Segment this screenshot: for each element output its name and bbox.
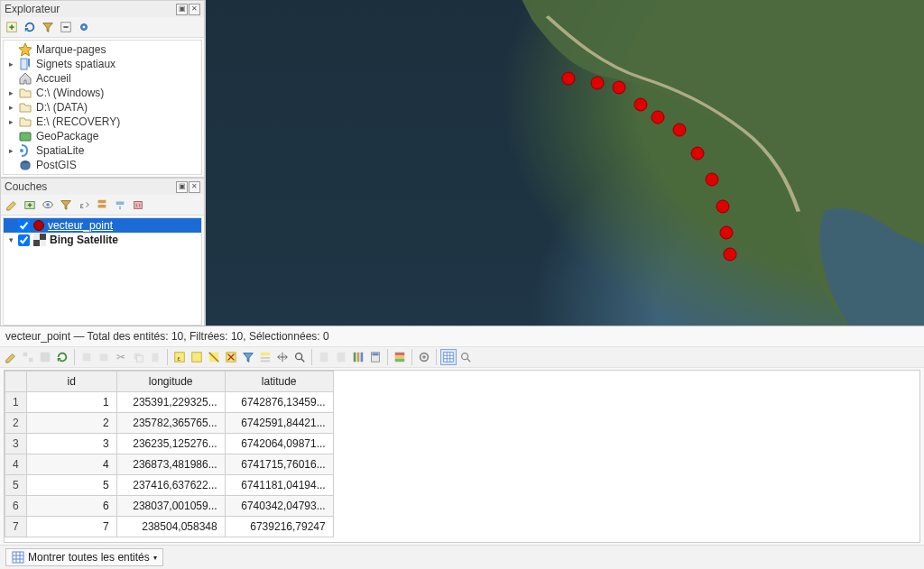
delete-feature-icon[interactable]	[97, 350, 111, 364]
cell-latitude[interactable]: 6741715,76016...	[225, 454, 333, 475]
tree-item[interactable]: Marque-pages	[4, 42, 201, 57]
map-point[interactable]	[691, 146, 705, 160]
reload-icon[interactable]	[55, 350, 69, 364]
properties-icon[interactable]	[77, 20, 91, 34]
tree-item[interactable]: ▸E:\ (RECOVERY)	[4, 115, 201, 129]
paste-icon[interactable]	[148, 350, 162, 364]
table-view-icon[interactable]	[441, 350, 456, 364]
tree-caret[interactable]: ▸	[7, 60, 14, 69]
select-expr-icon[interactable]: ε	[172, 350, 187, 364]
tree-caret[interactable]: ▸	[7, 146, 14, 155]
add-group-icon[interactable]	[23, 197, 37, 212]
map-point[interactable]	[673, 124, 687, 137]
map-point[interactable]	[612, 81, 625, 95]
refresh-icon[interactable]	[23, 20, 37, 34]
field-calc-icon[interactable]	[368, 350, 383, 364]
table-row[interactable]: 77238504,0583486739216,79247	[5, 517, 334, 537]
row-number[interactable]: 1	[5, 392, 27, 413]
cell-longitude[interactable]: 238037,001059...	[116, 496, 225, 517]
column-header-latitude[interactable]: latitude	[225, 372, 333, 392]
edit-icon[interactable]	[4, 350, 18, 364]
invert-sel-icon[interactable]	[207, 350, 221, 364]
table-row[interactable]: 66238037,001059...6740342,04793...	[5, 496, 334, 517]
expression-icon[interactable]: ε	[77, 197, 91, 212]
map-point[interactable]	[651, 110, 665, 124]
cell-latitude[interactable]: 6740342,04793...	[225, 496, 333, 517]
cell-latitude[interactable]: 6739216,79247	[225, 517, 333, 537]
cell-longitude[interactable]: 236235,125276...	[116, 434, 225, 454]
table-row[interactable]: 22235782,365765...6742591,84421...	[5, 413, 334, 434]
tree-caret[interactable]: ▸	[7, 117, 14, 126]
organize-cols-icon[interactable]	[351, 350, 365, 364]
map-point[interactable]	[633, 97, 647, 111]
del-field-icon[interactable]	[334, 350, 348, 364]
style-icon[interactable]	[5, 197, 19, 212]
select-all-icon[interactable]	[189, 350, 204, 364]
map-canvas[interactable]	[206, 0, 924, 326]
add-icon[interactable]	[5, 20, 19, 34]
tree-caret[interactable]: ▸	[7, 88, 14, 97]
row-number[interactable]: 5	[5, 475, 27, 496]
expand-icon[interactable]	[95, 197, 109, 212]
tree-item[interactable]: ▸Signets spatiaux	[4, 57, 201, 71]
cell-id[interactable]: 2	[26, 413, 116, 434]
table-row[interactable]: 11235391,229325...6742876,13459...	[5, 392, 334, 413]
zoom-sel-icon[interactable]	[292, 350, 307, 364]
remove-icon[interactable]	[131, 197, 145, 212]
cell-longitude[interactable]: 237416,637622...	[116, 475, 225, 496]
explorer-tree[interactable]: Marque-pages▸Signets spatiauxAccueil▸C:\…	[3, 40, 202, 175]
cell-id[interactable]: 7	[26, 517, 116, 537]
save-edits-icon[interactable]	[38, 350, 52, 364]
table-row[interactable]: 44236873,481986...6741715,76016...	[5, 454, 334, 475]
cell-longitude[interactable]: 238504,058348	[116, 517, 225, 537]
filter-layers-icon[interactable]	[59, 197, 73, 212]
map-point[interactable]	[706, 172, 719, 186]
row-number[interactable]: 6	[5, 496, 27, 517]
tree-item[interactable]: GeoPackage	[4, 129, 201, 143]
tree-item[interactable]: PostGIS	[4, 158, 201, 172]
column-header-id[interactable]: id	[26, 372, 116, 392]
collapse-all-icon[interactable]	[113, 197, 127, 212]
close-icon[interactable]: ✕	[189, 4, 200, 15]
collapse-icon[interactable]	[59, 20, 73, 34]
cell-id[interactable]: 5	[26, 475, 116, 496]
cell-id[interactable]: 6	[26, 496, 116, 517]
undock-icon[interactable]: ▣	[176, 4, 188, 15]
cell-longitude[interactable]: 235391,229325...	[116, 392, 225, 413]
cell-longitude[interactable]: 235782,365765...	[116, 413, 225, 434]
undock-icon[interactable]: ▣	[176, 181, 188, 193]
copy-icon[interactable]	[131, 350, 145, 364]
row-number[interactable]: 4	[5, 454, 27, 475]
row-number[interactable]: 3	[5, 434, 27, 454]
add-feature-icon[interactable]	[79, 350, 94, 364]
table-row[interactable]: 33236235,125276...6742064,09871...	[5, 434, 334, 454]
layer-item[interactable]: vecteur_point	[4, 218, 201, 233]
tree-item[interactable]: ▸SpatiaLite	[4, 143, 201, 158]
row-number[interactable]: 2	[5, 413, 27, 434]
cell-id[interactable]: 3	[26, 434, 116, 454]
pan-sel-icon[interactable]	[275, 350, 290, 364]
attribute-table[interactable]: id longitude latitude 11235391,229325...…	[5, 371, 334, 537]
layer-visibility-checkbox[interactable]	[18, 220, 30, 232]
cell-id[interactable]: 4	[26, 454, 116, 475]
filter-sel-icon[interactable]	[241, 350, 255, 364]
map-point[interactable]	[724, 247, 737, 261]
multi-edit-icon[interactable]	[21, 350, 35, 364]
layers-list[interactable]: vecteur_point▾Bing Satellite	[3, 217, 202, 326]
row-header-blank[interactable]	[5, 372, 27, 392]
show-all-features-button[interactable]: Montrer toutes les entités ▾	[5, 548, 163, 566]
map-point[interactable]	[720, 226, 734, 240]
map-point[interactable]	[590, 77, 604, 90]
column-header-longitude[interactable]: longitude	[116, 372, 225, 392]
tree-item[interactable]: ▸D:\ (DATA)	[4, 100, 201, 115]
layer-visibility-checkbox[interactable]	[18, 234, 30, 246]
move-sel-top-icon[interactable]	[258, 350, 273, 364]
cell-latitude[interactable]: 6741181,04194...	[225, 475, 333, 496]
tree-caret[interactable]: ▸	[7, 103, 14, 112]
tree-item[interactable]: Accueil	[4, 71, 201, 86]
new-field-icon[interactable]	[317, 350, 331, 364]
cell-latitude[interactable]: 6742876,13459...	[225, 392, 333, 413]
cell-longitude[interactable]: 236873,481986...	[116, 454, 225, 475]
actions-icon[interactable]	[417, 350, 431, 364]
row-number[interactable]: 7	[5, 517, 27, 537]
